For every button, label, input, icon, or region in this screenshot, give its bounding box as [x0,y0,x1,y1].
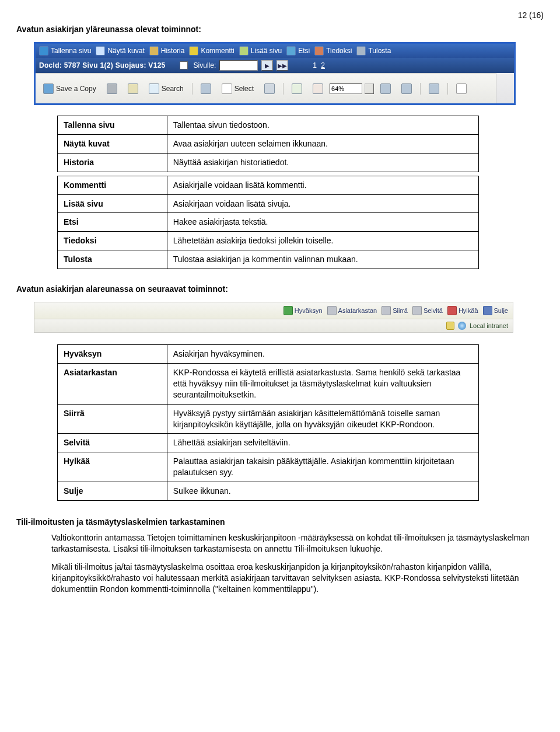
zoom-in-button[interactable] [288,82,306,96]
separator [283,83,284,95]
images-icon [96,46,105,55]
table-row: EtsiHakee asiakirjasta tekstiä. [58,213,479,232]
section1-title: Avatun asiakirjan yläreunassa olevat toi… [16,25,544,34]
tb-tulosta[interactable]: Tulosta [356,46,391,55]
nav-last-icon[interactable]: ▶▶ [276,60,288,71]
table-row: TulostaTulostaa asiakirjan ja kommentin … [58,250,479,269]
search-icon [286,46,296,55]
table-row: TiedoksiLähetetään asiakirja tiedoksi jo… [58,232,479,250]
checkbox-sivulle[interactable] [180,61,188,69]
select-label: Select [235,85,254,93]
tb-tiedoksi[interactable]: Tiedoksi [314,46,352,55]
reject-icon [447,306,457,315]
fn-name: Selvitä [58,434,167,452]
pdf-print-button[interactable] [103,82,121,96]
check-icon [284,306,293,315]
fit-page-button[interactable] [376,82,395,96]
tb-kommentti[interactable]: Kommentti [189,46,234,55]
save-icon [39,46,48,55]
select-tool-button[interactable]: Select [218,82,258,96]
separator [447,83,448,95]
tb-historia[interactable]: Historia [149,46,185,55]
tb-label: Tulosta [368,47,391,55]
bb-sulje[interactable]: Sulje [483,306,508,315]
spellcheck-button[interactable] [452,82,471,96]
printer-icon [107,83,117,94]
pdf-toolbar: Save a Copy Search Select [36,73,496,103]
fn-desc: Näyttää asiakirjan historiatiedot. [167,153,478,172]
bb-selvita[interactable]: Selvitä [412,306,443,315]
zoom-out-button[interactable] [309,82,327,96]
bb-label: Selvitä [424,307,443,314]
fn-desc: Tulostaa asiakirjan ja kommentin valinna… [167,250,478,269]
tb-nayta-kuvat[interactable]: Näytä kuvat [96,46,144,55]
fit-width-button[interactable] [397,82,416,96]
table-row: HyväksynAsiakirjan hyväksyminen. [58,345,479,364]
tb-label: Kommentti [201,47,234,55]
tb-lisaa-sivu[interactable]: Lisää sivu [239,46,282,55]
tb-tallenna-sivu[interactable]: Tallenna sivu [39,46,91,55]
fit-width-icon [401,83,412,94]
nav-next-icon[interactable]: ▶ [261,60,273,71]
tb-label: Näytä kuvat [107,47,144,55]
rotate-icon [429,83,439,94]
pdf-search-button[interactable]: Search [145,82,188,96]
fn-name: Asiatarkastan [58,364,167,405]
fn-desc: Sulkee ikkunan. [167,482,478,501]
bb-label: Asiatarkastan [338,307,377,314]
table-row: SuljeSulkee ikkunan. [58,482,479,501]
top-functions-table: Tallenna sivuTallentaa sivun tiedostoon.… [57,116,479,269]
history-icon [149,46,159,55]
paragraph-1: Valtiokonttorin antamassa Tietojen toimi… [51,532,544,555]
review-icon [327,306,337,315]
zoom-dropdown-icon[interactable] [365,83,374,94]
table-row: HylkääPalauttaa asiakirjan takaisin pääk… [58,452,479,482]
toolbar-right-edge [496,73,514,103]
page-link-2[interactable]: 2 [321,61,325,69]
save-a-copy-button[interactable]: Save a Copy [39,82,100,96]
bb-asiatarkastan[interactable]: Asiatarkastan [327,306,377,315]
separator [192,83,192,95]
fn-name: Hyväksyn [58,345,167,364]
fn-desc: Palauttaa asiakirjan takaisin pääkäyttäj… [167,452,478,482]
fn-desc: Asiakirjaan voidaan lisätä sivuja. [167,194,478,213]
fn-name: Lisää sivu [58,194,167,213]
lock-icon [446,322,454,330]
fn-desc: KKP-Rondossa ei käytetä erillistä asiata… [167,364,478,405]
section2-title: Avatun asiakirjan alareunassa on seuraav… [16,284,544,294]
fn-name: Tiedoksi [58,232,167,250]
fn-desc: Hyväksyjä pystyy siirtämään asiakirjan k… [167,404,478,434]
hand-tool-button[interactable] [197,82,215,96]
zoom-input[interactable] [330,83,362,94]
fn-name: Siirrä [58,404,167,434]
fn-name: Etsi [58,213,167,232]
page-current: 1 [313,61,317,69]
fn-name: Näytä kuvat [58,134,167,153]
tb-label: Tiedoksi [326,47,352,55]
table-row: AsiatarkastanKKP-Rondossa ei käytetä eri… [58,364,479,405]
bb-siirra[interactable]: Siirrä [382,306,408,315]
investigate-icon [412,306,422,315]
transfer-icon [382,306,391,315]
hand-icon [201,83,211,94]
bb-hylkaa[interactable]: Hylkää [447,306,478,315]
bb-label: Hylkää [459,307,478,314]
pdf-email-button[interactable] [124,82,142,96]
paragraph-2: Mikäli tili-ilmoitus ja/tai täsmäytyslas… [51,562,544,595]
fn-desc: Asiakirjalle voidaan lisätä kommentti. [167,176,478,194]
rotate-button[interactable] [425,82,443,96]
snapshot-tool-button[interactable] [260,82,279,96]
bb-label: Sulje [494,307,508,314]
fn-name: Tallenna sivu [58,116,167,135]
tb-label: Tallenna sivu [51,47,91,55]
bb-hyvaksyn[interactable]: Hyväksyn [284,306,323,315]
fn-desc: Tallentaa sivun tiedostoon. [167,116,478,135]
bottom-functions-table: HyväksynAsiakirjan hyväksyminen. Asiatar… [57,344,479,501]
sivulle-input[interactable] [219,60,258,71]
fn-desc: Avaa asiakirjan uuteen selaimen ikkunaan… [167,134,478,153]
docid-label: DocId: 5787 Sivu 1(2) Suojaus: V125 [39,61,166,69]
table-row: Lisää sivuAsiakirjaan voidaan lisätä siv… [58,194,479,213]
sivulle-label: Sivulle: [194,61,216,69]
tb-etsi[interactable]: Etsi [286,46,310,55]
separator [420,83,421,95]
